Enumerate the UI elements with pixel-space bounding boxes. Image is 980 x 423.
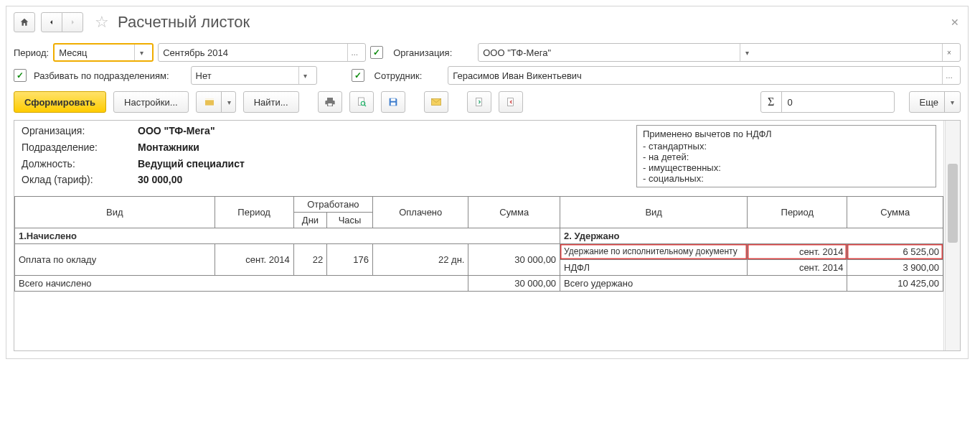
collapse-button[interactable] (499, 91, 523, 113)
org-field[interactable]: ООО "ТФ-Мега" ▾ × (478, 43, 961, 62)
period-type-select[interactable]: Месяц ▾ (53, 43, 154, 62)
split-value: Нет (196, 70, 212, 81)
save-button[interactable] (381, 91, 405, 113)
clear-icon[interactable]: × (942, 44, 956, 61)
emp-value: Герасимов Иван Викентьевич (453, 70, 582, 81)
variants-button[interactable]: ▾ (196, 91, 236, 113)
split-label: Разбивать по подразделениям: (34, 70, 169, 81)
sum-value: 0 (782, 97, 894, 108)
svg-rect-5 (390, 103, 395, 106)
chevron-down-icon: ▾ (944, 92, 954, 112)
svg-rect-4 (390, 98, 395, 101)
back-button[interactable] (41, 12, 62, 32)
payslip-table: Вид Период Отработано Оплачено Сумма Вид… (14, 196, 943, 292)
chevron-down-icon: ▾ (298, 67, 312, 84)
forward-button[interactable] (62, 12, 83, 32)
preview-button[interactable] (349, 91, 374, 113)
period-label: Период: (14, 47, 49, 58)
favorite-icon[interactable]: ☆ (95, 13, 109, 32)
emp-checkbox[interactable]: ✓ (352, 69, 364, 82)
sigma-icon: Σ (761, 92, 782, 112)
total-accrued-label: Всего начислено (15, 276, 468, 292)
org-label: Организация: (393, 47, 452, 58)
report-area: Организация: ООО "ТФ-Мега" Подразделение… (14, 120, 961, 351)
settings-button[interactable]: Настройки... (113, 91, 189, 113)
email-button[interactable] (424, 91, 448, 113)
tax-deductions-info: Применено вычетов по НДФЛ - стандартных:… (636, 125, 936, 187)
expand-button[interactable] (467, 91, 491, 113)
section-withheld: 2. Удержано (560, 228, 943, 244)
chevron-down-icon: ▾ (221, 92, 231, 112)
vertical-scrollbar[interactable] (945, 121, 960, 350)
period-range-value: Сентябрь 2014 (163, 47, 228, 58)
split-checkbox[interactable]: ✓ (14, 69, 27, 82)
chevron-down-icon: ▾ (740, 44, 753, 61)
home-button[interactable] (14, 12, 35, 32)
org-value: ООО "ТФ-Мега" (483, 47, 551, 58)
svg-rect-0 (328, 103, 331, 106)
org-checkbox[interactable]: ✓ (370, 46, 383, 59)
table-cell: Оплата по окладу (15, 244, 215, 276)
close-button[interactable]: ✕ (951, 17, 959, 28)
period-range-field[interactable]: Сентябрь 2014 … (158, 43, 366, 62)
section-accrued: 1.Начислено (15, 228, 560, 244)
ellipsis-icon: … (942, 67, 956, 84)
page-title: Расчетный листок (118, 13, 250, 32)
total-withheld-label: Всего удержано (560, 276, 847, 292)
split-select[interactable]: Нет ▾ (191, 66, 317, 85)
more-button[interactable]: Еще ▾ (909, 91, 961, 113)
scrollbar-thumb[interactable] (948, 164, 958, 243)
emp-field[interactable]: Герасимов Иван Викентьевич … (448, 66, 961, 85)
find-button[interactable]: Найти... (243, 91, 299, 113)
emp-label: Сотрудник: (374, 70, 423, 81)
sum-field[interactable]: Σ 0 (760, 91, 895, 113)
generate-button[interactable]: Сформировать (14, 91, 106, 113)
period-type-value: Месяц (59, 47, 87, 58)
employee-info: Организация: ООО "ТФ-Мега" Подразделение… (22, 125, 245, 187)
ellipsis-icon: … (347, 44, 361, 61)
print-button[interactable] (318, 91, 342, 113)
highlighted-row: Удержание по исполнительному документу (560, 244, 748, 260)
svg-line-3 (364, 105, 366, 106)
chevron-down-icon: ▾ (134, 45, 148, 60)
